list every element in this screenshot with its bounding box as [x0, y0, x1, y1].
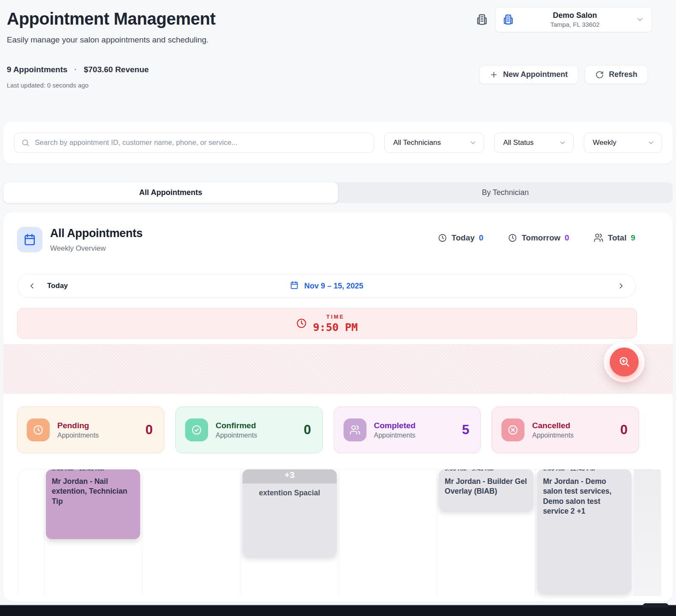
appointment-title: Mr Jordan - Nail extention, Technician T…: [52, 477, 134, 506]
search-icon: [21, 138, 30, 147]
counter-total-value: 9: [631, 233, 635, 243]
status-filter-value: All Status: [503, 138, 534, 147]
time-banner-label: TIME: [313, 314, 358, 320]
bottom-taskbar: [0, 605, 676, 616]
refresh-label: Refresh: [609, 70, 637, 79]
appointment-time: 9:00 AM - 12:45 PM: [543, 469, 625, 472]
status-card-subtitle: Appointments: [57, 432, 138, 439]
status-card-value: 0: [620, 422, 628, 438]
calendar-day-column[interactable]: [634, 469, 661, 596]
tab-all-appointments[interactable]: All Appointments: [3, 182, 338, 203]
appointment-time: 9:00 AM - 10:45 AM: [52, 469, 134, 472]
counter-today-label: Today: [451, 233, 475, 243]
tab-by-technician[interactable]: By Technician: [338, 182, 673, 203]
period-filter-select[interactable]: Weekly: [584, 133, 662, 153]
check-circle-icon: [185, 418, 208, 441]
status-card-subtitle: Appointments: [216, 432, 296, 439]
new-appointment-button[interactable]: New Appointment: [479, 65, 578, 84]
appointments-count: 9 Appointments: [7, 65, 68, 74]
weekly-calendar: 9:00 AM - 10:45 AM Mr Jordan - Nail exte…: [3, 469, 673, 602]
calendar-day-column[interactable]: +3 extention Spacial: [241, 469, 339, 596]
date-range-label[interactable]: Nov 9 – 15, 2025: [304, 282, 363, 291]
zoom-in-button[interactable]: [610, 348, 639, 376]
calendar-icon: [17, 227, 42, 252]
appointment-time: 9:00 AM - 9:45 AM: [445, 469, 527, 472]
date-navigation: Today Nov 9 – 15, 2025: [17, 274, 636, 298]
stats-separator: ·: [74, 65, 77, 74]
period-filter-value: Weekly: [593, 138, 616, 147]
counter-today-value: 0: [479, 233, 484, 243]
status-card-value: 5: [462, 422, 469, 438]
taskbar-notch: [643, 603, 668, 608]
salon-selector[interactable]: Demo Salon Tampa, FL 33602: [495, 7, 652, 32]
plus-icon: [490, 71, 498, 79]
appointment-title: Mr Jordan - Demo salon test services, De…: [543, 477, 625, 516]
appointment-card[interactable]: 9:00 AM - 10:45 AM Mr Jordan - Nail exte…: [46, 469, 140, 539]
new-appointment-label: New Appointment: [503, 70, 568, 79]
revenue-total: $703.60 Revenue: [84, 65, 149, 74]
counter-total: Total 9: [594, 233, 635, 243]
building-icon: [502, 14, 514, 25]
today-button[interactable]: Today: [47, 282, 68, 290]
salon-location: Tampa, FL 33602: [520, 21, 630, 28]
filter-bar: All Technicians All Status Weekly: [3, 122, 673, 164]
salon-name: Demo Salon: [520, 11, 630, 20]
calendar-day-column[interactable]: [142, 469, 240, 596]
view-tabs: All Appointments By Technician: [3, 182, 673, 203]
calendar-grid: 9:00 AM - 10:45 AM Mr Jordan - Nail exte…: [18, 469, 661, 596]
chevron-down-icon: [469, 139, 477, 147]
panel-subtitle: Weekly Overview: [50, 244, 143, 253]
calendar-time-gutter: [18, 469, 44, 596]
chevron-down-icon: [559, 139, 566, 147]
status-summary-row: Pending Appointments 0 Confirmed Appoint…: [17, 407, 639, 453]
counter-tomorrow-label: Tomorrow: [521, 233, 560, 243]
page-subtitle: Easily manage your salon appointments an…: [7, 35, 669, 45]
zoom-in-icon: [618, 355, 631, 369]
status-card-completed[interactable]: Completed Appointments 5: [334, 407, 481, 453]
status-card-title: Completed: [374, 421, 455, 430]
appointment-card[interactable]: 9:00 AM - 9:45 AM Mr Jordan - Builder Ge…: [439, 469, 533, 510]
calendar-toolbar-band: [3, 344, 673, 394]
appointment-overflow-badge: +3: [242, 469, 337, 483]
status-card-title: Cancelled: [532, 421, 613, 430]
counter-tomorrow-value: 0: [565, 233, 569, 243]
counter-tomorrow: Tomorrow 0: [508, 233, 569, 243]
counter-total-label: Total: [608, 233, 626, 243]
chevron-down-icon: [647, 139, 655, 147]
status-card-subtitle: Appointments: [374, 432, 455, 439]
appointment-card[interactable]: 9:00 AM - 12:45 PM Mr Jordan - Demo salo…: [537, 469, 631, 593]
x-circle-icon: [501, 418, 524, 441]
clock-icon: [438, 233, 447, 243]
clock-icon: [508, 233, 517, 243]
status-card-confirmed[interactable]: Confirmed Appointments 0: [175, 407, 323, 453]
status-card-pending[interactable]: Pending Appointments 0: [17, 407, 164, 453]
building-icon: [476, 13, 488, 26]
last-updated-text: Last updated: 0 seconds ago: [7, 82, 149, 89]
page-header: Appointment Management Easily manage you…: [0, 0, 676, 45]
clock-icon: [296, 318, 307, 329]
status-card-title: Confirmed: [216, 421, 296, 430]
search-box[interactable]: [14, 133, 374, 153]
time-banner-value: 9:50 PM: [313, 321, 358, 333]
calendar-day-column[interactable]: 9:00 AM - 12:45 PM Mr Jordan - Demo salo…: [535, 469, 634, 596]
appointment-management-page: Appointment Management Easily manage you…: [0, 0, 676, 616]
search-input[interactable]: [35, 138, 367, 147]
calendar-day-column[interactable]: [339, 469, 437, 596]
counter-today: Today 0: [438, 233, 483, 243]
technician-filter-select[interactable]: All Technicians: [384, 133, 484, 153]
refresh-icon: [595, 71, 604, 79]
status-card-cancelled[interactable]: Cancelled Appointments 0: [492, 407, 639, 453]
appointment-title: Mr Jordan - Builder Gel Overlay (BIAB): [445, 477, 527, 497]
refresh-button[interactable]: Refresh: [585, 65, 648, 84]
appointment-group-card[interactable]: +3 extention Spacial: [242, 469, 337, 556]
previous-week-button[interactable]: [17, 282, 47, 290]
status-card-value: 0: [304, 422, 311, 438]
clock-icon: [27, 418, 50, 441]
calendar-icon: [290, 280, 299, 291]
status-card-subtitle: Appointments: [532, 432, 613, 439]
next-week-button[interactable]: [606, 282, 636, 290]
calendar-day-column[interactable]: 9:00 AM - 10:45 AM Mr Jordan - Nail exte…: [44, 469, 142, 596]
status-filter-select[interactable]: All Status: [494, 133, 574, 153]
calendar-day-column[interactable]: 9:00 AM - 9:45 AM Mr Jordan - Builder Ge…: [437, 469, 535, 596]
users-icon: [344, 418, 366, 441]
